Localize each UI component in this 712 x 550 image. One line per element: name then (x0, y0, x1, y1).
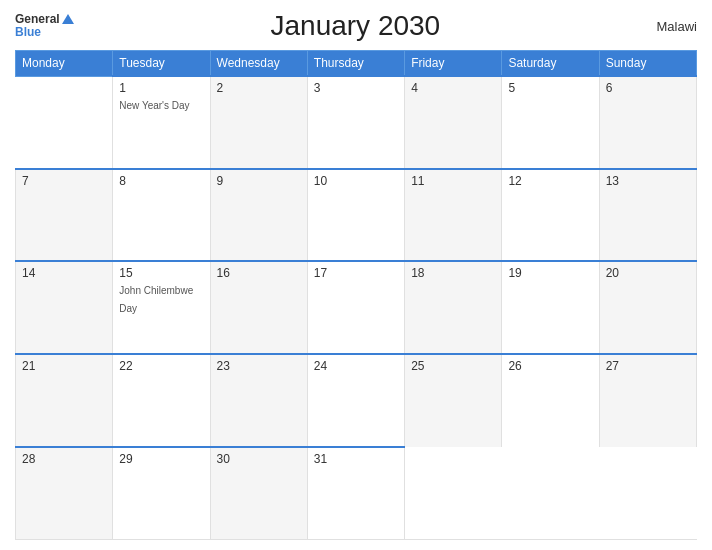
holiday-label: New Year's Day (119, 100, 189, 111)
logo-triangle-icon (62, 14, 74, 24)
day-number: 26 (508, 359, 592, 373)
day-number: 30 (217, 452, 301, 466)
logo: General Blue (15, 13, 74, 39)
country-label: Malawi (637, 19, 697, 34)
calendar-cell: 16 (210, 261, 307, 354)
calendar-cell: 23 (210, 354, 307, 447)
day-number: 23 (217, 359, 301, 373)
calendar-cell: 2 (210, 76, 307, 169)
calendar-table: MondayTuesdayWednesdayThursdayFridaySatu… (15, 50, 697, 540)
calendar-cell: 17 (307, 261, 404, 354)
day-number: 4 (411, 81, 495, 95)
calendar-cell: 12 (502, 169, 599, 262)
calendar-cell: 1New Year's Day (113, 76, 210, 169)
calendar-cell: 20 (599, 261, 696, 354)
holiday-label: John Chilembwe Day (119, 285, 193, 314)
day-number: 24 (314, 359, 398, 373)
day-number: 5 (508, 81, 592, 95)
day-number: 27 (606, 359, 690, 373)
logo-blue-text: Blue (15, 26, 74, 39)
calendar-cell: 27 (599, 354, 696, 447)
calendar-cell: 29 (113, 447, 210, 540)
day-number: 11 (411, 174, 495, 188)
day-number: 1 (119, 81, 203, 95)
calendar-cell: 14 (16, 261, 113, 354)
calendar-cell: 11 (405, 169, 502, 262)
day-number: 3 (314, 81, 398, 95)
day-number: 17 (314, 266, 398, 280)
calendar-cell (16, 76, 113, 169)
calendar-cell: 21 (16, 354, 113, 447)
calendar-cell: 7 (16, 169, 113, 262)
day-number: 25 (411, 359, 495, 373)
calendar-cell: 30 (210, 447, 307, 540)
weekday-header: Monday (16, 51, 113, 77)
calendar-container: General Blue January 2030 Malawi MondayT… (0, 0, 712, 550)
month-title: January 2030 (74, 10, 637, 42)
calendar-cell: 6 (599, 76, 696, 169)
calendar-cell: 31 (307, 447, 404, 540)
calendar-cell: 18 (405, 261, 502, 354)
day-number: 18 (411, 266, 495, 280)
calendar-header: General Blue January 2030 Malawi (15, 10, 697, 42)
calendar-cell: 22 (113, 354, 210, 447)
day-number: 21 (22, 359, 106, 373)
day-number: 28 (22, 452, 106, 466)
day-number: 8 (119, 174, 203, 188)
day-number: 13 (606, 174, 690, 188)
day-number: 14 (22, 266, 106, 280)
calendar-cell: 5 (502, 76, 599, 169)
weekday-header: Wednesday (210, 51, 307, 77)
calendar-cell (502, 447, 599, 540)
weekday-header: Saturday (502, 51, 599, 77)
calendar-cell: 13 (599, 169, 696, 262)
day-number: 19 (508, 266, 592, 280)
day-number: 12 (508, 174, 592, 188)
calendar-cell: 9 (210, 169, 307, 262)
calendar-cell: 24 (307, 354, 404, 447)
weekday-header: Sunday (599, 51, 696, 77)
day-number: 15 (119, 266, 203, 280)
calendar-header-row: MondayTuesdayWednesdayThursdayFridaySatu… (16, 51, 697, 77)
day-number: 2 (217, 81, 301, 95)
calendar-cell: 8 (113, 169, 210, 262)
calendar-cell: 4 (405, 76, 502, 169)
calendar-cell: 25 (405, 354, 502, 447)
day-number: 31 (314, 452, 398, 466)
day-number: 7 (22, 174, 106, 188)
calendar-cell (405, 447, 502, 540)
day-number: 22 (119, 359, 203, 373)
calendar-cell: 10 (307, 169, 404, 262)
weekday-header: Thursday (307, 51, 404, 77)
day-number: 29 (119, 452, 203, 466)
calendar-body: 1New Year's Day23456789101112131415John … (16, 76, 697, 540)
day-number: 6 (606, 81, 690, 95)
weekday-header: Friday (405, 51, 502, 77)
day-number: 16 (217, 266, 301, 280)
weekday-header: Tuesday (113, 51, 210, 77)
day-number: 9 (217, 174, 301, 188)
calendar-cell: 19 (502, 261, 599, 354)
calendar-cell (599, 447, 696, 540)
day-number: 10 (314, 174, 398, 188)
day-number: 20 (606, 266, 690, 280)
calendar-cell: 3 (307, 76, 404, 169)
calendar-cell: 15John Chilembwe Day (113, 261, 210, 354)
calendar-cell: 26 (502, 354, 599, 447)
calendar-cell: 28 (16, 447, 113, 540)
